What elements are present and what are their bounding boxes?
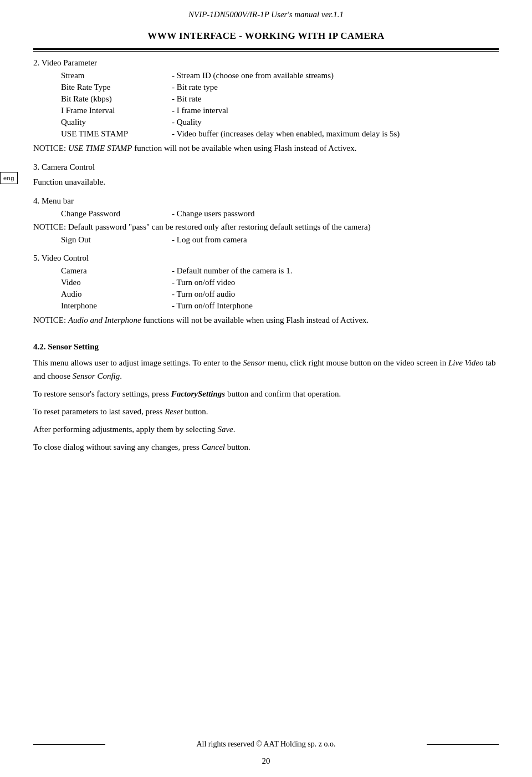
param-value-camera: - Default number of the camera is 1. (172, 266, 499, 276)
sensor-setting-para-1: This menu allows user to adjust image se… (33, 356, 499, 383)
param-value-quality: - Quality (172, 118, 499, 127)
param-label-audio: Audio (61, 290, 172, 299)
param-label-sign-out: Sign Out (61, 235, 172, 245)
sensor-setting-heading: 4.2. Sensor Setting (33, 342, 499, 352)
param-row-biterate-type: Bite Rate Type - Bit rate type (33, 83, 499, 92)
param-label-interphone: Interphone (61, 301, 172, 311)
param-value-bitrate: - Bit rate (172, 94, 499, 104)
param-row-stream: Stream - Stream ID (choose one from avai… (33, 71, 499, 80)
param-value-biterate-type: - Bit rate type (172, 83, 499, 92)
footer-line-left (33, 744, 105, 745)
footer-content: All rights reserved © AAT Holding sp. z … (33, 737, 499, 752)
param-label-camera: Camera (61, 266, 172, 276)
param-label-change-password: Change Password (61, 209, 172, 219)
param-value-timestamp: - Video buffer (increases delay when ena… (172, 129, 499, 139)
page-wrapper: NVIP-1DN5000V/IR-1P User's manual ver.1.… (0, 0, 532, 777)
camera-control-heading: 3. Camera Control (33, 162, 499, 172)
page-number: 20 (33, 756, 499, 766)
footer-line-right (427, 744, 499, 745)
param-row-change-password: Change Password - Change users password (33, 209, 499, 219)
footer: All rights reserved © AAT Holding sp. z … (0, 737, 532, 777)
main-content: WWW INTERFACE - WORKING WITH IP CAMERA 2… (0, 25, 532, 737)
param-value-video: - Turn on/off video (172, 278, 499, 287)
param-value-sign-out: - Log out from camera (172, 235, 499, 245)
sensor-setting-para-3: To reset parameters to last saved, press… (33, 405, 499, 418)
param-label-bitrate: Bit Rate (kbps) (61, 94, 172, 104)
thick-divider-top (33, 48, 499, 50)
param-row-iframe: I Frame Interval - I frame interval (33, 106, 499, 115)
param-row-bitrate: Bit Rate (kbps) - Bit rate (33, 94, 499, 104)
footer-text: All rights reserved © AAT Holding sp. z … (196, 740, 335, 749)
page-header: NVIP-1DN5000V/IR-1P User's manual ver.1.… (0, 0, 532, 25)
video-parameter-notice: NOTICE: USE TIME STAMP function will not… (33, 142, 499, 155)
param-label-iframe: I Frame Interval (61, 106, 172, 115)
param-value-iframe: - I frame interval (172, 106, 499, 115)
camera-control-text: Function unavailable. (33, 175, 499, 189)
param-row-camera: Camera - Default number of the camera is… (33, 266, 499, 276)
video-parameter-heading: 2. Video Parameter (33, 58, 499, 68)
video-control-heading: 5. Video Control (33, 253, 499, 263)
param-label-quality: Quality (61, 118, 172, 127)
param-value-interphone: - Turn on/off Interphone (172, 301, 499, 311)
sensor-setting-para-5: To close dialog without saving any chang… (33, 440, 499, 454)
param-label-video: Video (61, 278, 172, 287)
sensor-setting-para-4: After performing adjustments, apply them… (33, 423, 499, 436)
menu-bar-notice: NOTICE: Default password "pass" can be r… (33, 221, 499, 233)
param-label-stream: Stream (61, 71, 172, 80)
video-control-notice: NOTICE: Audio and Interphone functions w… (33, 314, 499, 327)
param-value-change-password: - Change users password (172, 209, 499, 219)
param-row-timestamp: USE TIME STAMP - Video buffer (increases… (33, 129, 499, 139)
param-row-audio: Audio - Turn on/off audio (33, 290, 499, 299)
thin-divider-top (33, 51, 499, 52)
header-title: NVIP-1DN5000V/IR-1P User's manual ver.1.… (188, 10, 344, 19)
param-row-interphone: Interphone - Turn on/off Interphone (33, 301, 499, 311)
param-value-stream: - Stream ID (choose one from available s… (172, 71, 499, 80)
menu-bar-heading: 4. Menu bar (33, 196, 499, 206)
param-label-biterate-type: Bite Rate Type (61, 83, 172, 92)
sensor-setting-para-2: To restore sensor's factory settings, pr… (33, 387, 499, 400)
param-value-audio: - Turn on/off audio (172, 290, 499, 299)
param-label-timestamp: USE TIME STAMP (61, 129, 172, 139)
param-row-video: Video - Turn on/off video (33, 278, 499, 287)
param-row-quality: Quality - Quality (33, 118, 499, 127)
eng-tab: eng (0, 172, 18, 184)
param-row-sign-out: Sign Out - Log out from camera (33, 235, 499, 245)
main-section-title: WWW INTERFACE - WORKING WITH IP CAMERA (33, 31, 499, 42)
